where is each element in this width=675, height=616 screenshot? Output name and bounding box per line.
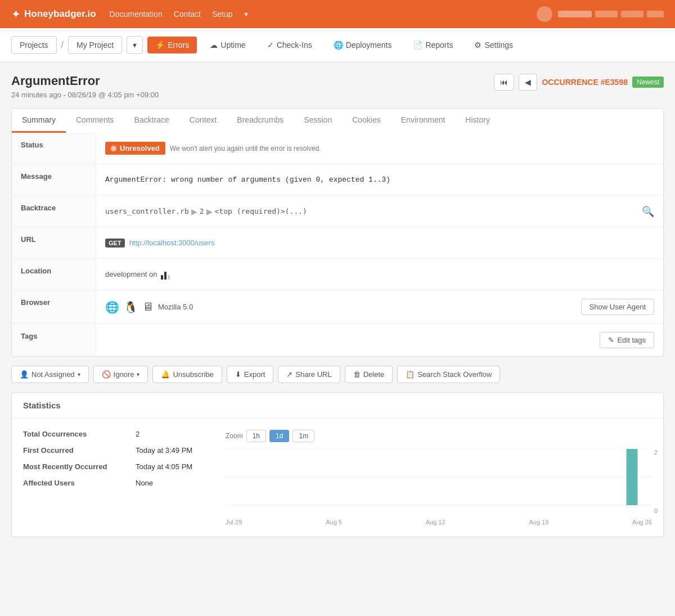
tab-cookies[interactable]: Cookies <box>342 109 391 133</box>
not-assigned-button[interactable]: 👤 Not Assigned ▾ <box>11 366 89 383</box>
backtrace-label: Backtrace <box>12 196 96 227</box>
tab-context[interactable]: Context <box>179 109 227 133</box>
zoom-1h-button[interactable]: 1h <box>246 430 266 442</box>
chart-svg <box>226 449 652 516</box>
stats-left: Total Occurrences 2 First Occurred Today… <box>23 430 214 525</box>
zoom-controls: Zoom 1h 1d 1m <box>226 430 652 442</box>
export-button[interactable]: ⬇ Export <box>227 366 274 383</box>
prev-occurrence-button[interactable]: ◀ <box>519 74 537 91</box>
message-value: ArgumentError: wrong number of arguments… <box>96 164 663 195</box>
status-row: Status Unresolved We won't alert you aga… <box>12 133 663 164</box>
stat-most-recent: Most Recently Occurred Today at 4:05 PM <box>23 462 214 471</box>
nav-settings-button[interactable]: ⚙ Settings <box>466 36 521 54</box>
tab-environment[interactable]: Environment <box>391 109 456 133</box>
tab-breadcrumbs[interactable]: Breadcrumbs <box>227 109 294 133</box>
secondary-nav: Projects / My Project ▾ ⚡ Errors ☁ Uptim… <box>0 28 675 62</box>
stat-value-users: None <box>136 479 153 487</box>
backtrace-line: 2 <box>200 207 204 215</box>
browser-agent-short: Mozilla 5.0 <box>158 303 193 311</box>
nav-link-setup[interactable]: Setup <box>212 10 233 19</box>
tab-backtrace[interactable]: Backtrace <box>124 109 179 133</box>
deployments-icon: 🌐 <box>334 41 343 50</box>
avatar <box>537 6 552 22</box>
nav-user-info <box>558 11 664 17</box>
logo-icon: ✦ <box>11 7 21 21</box>
share-url-button[interactable]: ↗ Share URL <box>278 366 340 383</box>
url-link[interactable]: http://localhost:3000/users <box>129 239 215 247</box>
my-project-button[interactable]: My Project <box>68 36 122 54</box>
status-label: Status <box>12 133 96 164</box>
edit-icon: ✎ <box>608 336 614 344</box>
reports-icon: 📄 <box>413 41 422 50</box>
nav-uptime-button[interactable]: ☁ Uptime <box>201 36 254 54</box>
location-label: Location <box>12 259 96 290</box>
stat-affected-users: Affected Users None <box>23 479 214 487</box>
statistics-body: Total Occurrences 2 First Occurred Today… <box>12 419 663 537</box>
tags-value: ✎ Edit tags <box>96 324 663 356</box>
ignore-button[interactable]: 🚫 Ignore ▾ <box>93 366 148 383</box>
stats-right: Zoom 1h 1d 1m 2 0 <box>226 430 652 525</box>
tab-history[interactable]: History <box>455 109 500 133</box>
tags-row: Tags ✎ Edit tags <box>12 324 663 356</box>
backtrace-arrow1: ▶ <box>191 207 197 216</box>
tab-summary[interactable]: Summary <box>12 109 66 133</box>
chart-label-aug5: Aug 5 <box>326 519 342 525</box>
backtrace-search-icon[interactable]: 🔍 <box>642 205 654 218</box>
zoom-1d-button[interactable]: 1d <box>269 430 289 442</box>
show-user-agent-button[interactable]: Show User Agent <box>581 299 654 315</box>
stat-label-total: Total Occurrences <box>23 430 136 438</box>
nav-link-documentation[interactable]: Documentation <box>110 10 163 19</box>
error-header: ArgumentError 24 minutes ago - 08/26/19 … <box>11 74 664 99</box>
stat-label-recent: Most Recently Occurred <box>23 462 136 471</box>
globe-icon: 🌐 <box>105 300 119 314</box>
backtrace-file: users_controller.rb <box>105 207 189 215</box>
zoom-1m-button[interactable]: 1m <box>292 430 314 442</box>
browser-value: 🌐 🐧 🖥 Mozilla 5.0 Show User Agent <box>96 290 663 323</box>
not-assigned-dropdown-arrow: ▾ <box>78 371 80 377</box>
detail-table: Status Unresolved We won't alert you aga… <box>11 133 664 357</box>
delete-button[interactable]: 🗑 Delete <box>345 366 393 383</box>
chart-label-jul29: Jul 29 <box>226 519 242 525</box>
nav-deployments-button[interactable]: 🌐 Deployments <box>325 36 400 54</box>
top-nav: ✦ Honeybadger.io Documentation Contact S… <box>0 0 675 28</box>
error-info: ArgumentError 24 minutes ago - 08/26/19 … <box>11 74 159 99</box>
message-row: Message ArgumentError: wrong number of a… <box>12 164 663 196</box>
top-nav-links: Documentation Contact Setup ▾ <box>110 10 248 19</box>
tab-session[interactable]: Session <box>294 109 342 133</box>
ignore-icon: 🚫 <box>102 370 111 379</box>
chart-label-aug12: Aug 12 <box>426 519 446 525</box>
chart-y-label-zero: 0 <box>654 507 658 514</box>
uptime-icon: ☁ <box>210 41 218 50</box>
occurrence-label: OCCURRENCE #E3598 <box>542 78 628 87</box>
browser-row: Browser 🌐 🐧 🖥 Mozilla 5.0 Show User Agen… <box>12 290 663 324</box>
project-dropdown-button[interactable]: ▾ <box>127 36 143 54</box>
stat-first-occurred: First Occurred Today at 3:49 PM <box>23 446 214 455</box>
edit-tags-button[interactable]: ✎ Edit tags <box>600 332 654 348</box>
nav-reports-button[interactable]: 📄 Reports <box>404 36 461 54</box>
nav-errors-button[interactable]: ⚡ Errors <box>147 37 197 53</box>
trash-icon: 🗑 <box>353 370 361 379</box>
unsubscribe-button[interactable]: 🔔 Unsubscribe <box>152 366 222 383</box>
backtrace-method: <top (required)>(...) <box>215 207 307 215</box>
http-method-badge: GET <box>105 239 125 248</box>
signal-bars <box>161 269 170 280</box>
nav-link-contact[interactable]: Contact <box>174 10 201 19</box>
location-value: development on <box>96 259 663 290</box>
message-label: Message <box>12 164 96 195</box>
message-text: ArgumentError: wrong number of arguments… <box>105 176 390 184</box>
share-icon: ↗ <box>286 370 292 379</box>
logo: ✦ Honeybadger.io <box>11 7 96 21</box>
search-stack-overflow-button[interactable]: 📋 Search Stack Overflow <box>397 366 500 383</box>
chart-x-labels: Jul 29 Aug 5 Aug 12 Aug 19 Aug 26 <box>226 519 652 525</box>
nav-dropdown-arrow[interactable]: ▾ <box>244 10 248 19</box>
first-occurrence-button[interactable]: ⏮ <box>494 74 514 91</box>
status-value: Unresolved We won't alert you again unti… <box>96 133 663 164</box>
stackoverflow-icon: 📋 <box>406 370 415 379</box>
nav-checkins-button[interactable]: ✓ Check-Ins <box>259 36 321 54</box>
logo-text: Honeybadger.io <box>24 8 96 20</box>
stat-total-occurrences: Total Occurrences 2 <box>23 430 214 438</box>
svg-rect-3 <box>627 449 638 505</box>
projects-button[interactable]: Projects <box>11 36 57 54</box>
chart-container: 2 0 Jul 29 Aug 5 Aug 12 Aug 19 <box>226 449 652 525</box>
tab-comments[interactable]: Comments <box>66 109 124 133</box>
